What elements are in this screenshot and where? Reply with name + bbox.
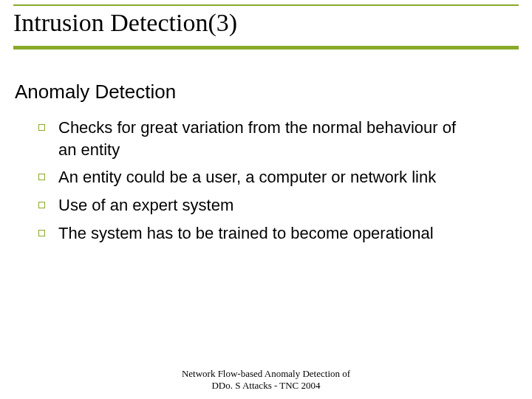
bullet-text: An entity could be a user, a computer or…: [58, 166, 436, 188]
list-item: Checks for great variation from the norm…: [38, 117, 519, 160]
slide-title: Intrusion Detection(3): [13, 9, 519, 44]
list-item: An entity could be a user, a computer or…: [38, 166, 519, 188]
slide: Intrusion Detection(3) Anomaly Detection…: [0, 0, 532, 399]
title-underline: [13, 46, 519, 50]
title-block: Intrusion Detection(3): [13, 4, 519, 50]
square-bullet-icon: [38, 202, 45, 208]
footer-line-2: DDo. S Attacks - TNC 2004: [0, 380, 532, 392]
square-bullet-icon: [38, 124, 45, 131]
bullet-text: Checks for great variation from the norm…: [58, 117, 472, 160]
slide-subtitle: Anomaly Detection: [13, 81, 519, 103]
square-bullet-icon: [38, 230, 45, 236]
list-item: The system has to be trained to become o…: [38, 222, 519, 245]
bullet-list: Checks for great variation from the norm…: [13, 117, 519, 244]
slide-footer: Network Flow-based Anomaly Detection of …: [0, 368, 532, 392]
bullet-text: Use of an expert system: [58, 194, 233, 216]
bullet-text: The system has to be trained to become o…: [58, 222, 434, 245]
square-bullet-icon: [38, 174, 45, 180]
list-item: Use of an expert system: [38, 194, 519, 216]
footer-line-1: Network Flow-based Anomaly Detection of: [0, 368, 532, 380]
